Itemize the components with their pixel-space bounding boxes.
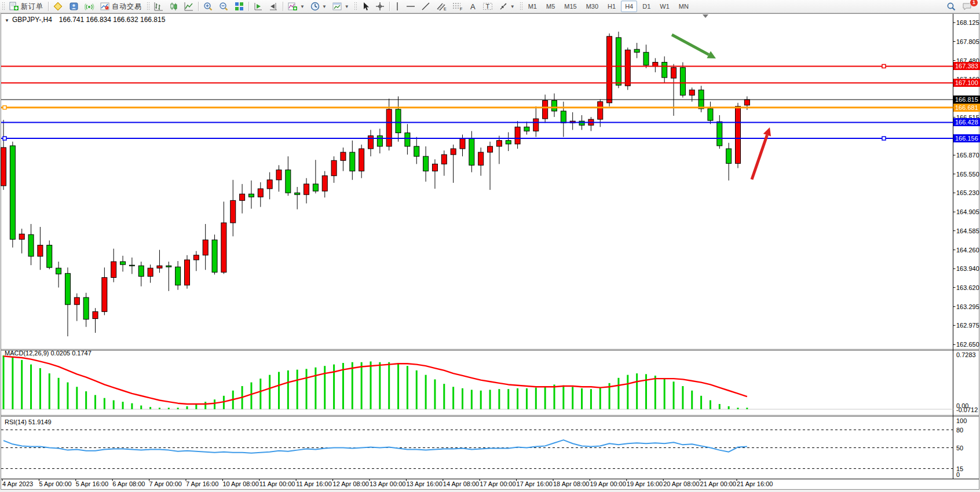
- timeframe-button-m30[interactable]: M30: [582, 1, 602, 12]
- candle-body: [10, 146, 15, 240]
- periods-button[interactable]: ▼: [308, 0, 330, 13]
- cursor-tool-button[interactable]: [359, 0, 372, 13]
- chart-shift-button[interactable]: [266, 0, 281, 13]
- candle-body: [552, 101, 557, 111]
- time-axis-label: 7 Apr 16:00: [186, 480, 218, 487]
- candle-body: [74, 298, 79, 304]
- macd-histogram-bar: [581, 388, 583, 409]
- macd-histogram-bar: [113, 401, 115, 409]
- candle-body: [138, 266, 144, 276]
- macd-histogram-bar: [498, 389, 500, 409]
- auto-scroll-icon: [254, 2, 263, 11]
- candle-body: [193, 255, 199, 260]
- candle-body: [111, 262, 116, 277]
- tile-windows-button[interactable]: [232, 0, 247, 13]
- bar-chart-button[interactable]: [151, 0, 166, 13]
- candle-body: [276, 170, 281, 180]
- zoom-out-button[interactable]: [216, 0, 232, 13]
- time-axis-label: 18 Apr 08:00: [553, 480, 589, 487]
- toolbar-grip[interactable]: [354, 2, 357, 11]
- macd-histogram-bar: [554, 384, 555, 409]
- toolbar-grip[interactable]: [520, 2, 522, 11]
- arrows-tool-button[interactable]: ▼: [496, 0, 518, 13]
- candle-body: [267, 180, 272, 189]
- metaeditor-button[interactable]: [50, 0, 66, 13]
- rsi-axis-label: 80: [956, 427, 963, 434]
- time-axis-label: 11 Apr 00:00: [259, 480, 295, 487]
- candle-body: [744, 100, 749, 105]
- autotrading-button[interactable]: 自动交易: [97, 0, 145, 13]
- text-label-icon: T: [482, 2, 493, 11]
- macd-histogram-bar: [535, 388, 537, 409]
- macd-histogram-bar: [507, 389, 509, 409]
- price-axis-label: 163.620: [956, 284, 979, 291]
- candle-body: [386, 109, 392, 146]
- candle-body: [515, 127, 520, 144]
- toolbar-grip[interactable]: [2, 2, 5, 11]
- candle-body: [432, 164, 437, 171]
- candle-body: [102, 277, 107, 311]
- market-button[interactable]: [66, 0, 82, 13]
- crosshair-icon: [375, 2, 385, 11]
- candle-body: [708, 109, 713, 120]
- notifications-button[interactable]: 1: [959, 0, 975, 13]
- macd-histogram-bar: [452, 387, 454, 409]
- crosshair-tool-button[interactable]: [372, 0, 387, 13]
- price-level-tag: 167.383: [953, 62, 980, 70]
- timeframe-button-m1[interactable]: M1: [524, 1, 541, 12]
- horizontal-line-tool-button[interactable]: [403, 0, 418, 13]
- macd-histogram-bar: [599, 388, 601, 409]
- candle-body: [240, 194, 245, 200]
- zoom-in-button[interactable]: [200, 0, 216, 13]
- macd-histogram-bar: [416, 370, 418, 409]
- svg-text:E: E: [444, 7, 447, 11]
- macd-axis-label: -0.0712: [956, 406, 978, 413]
- dropdown-caret: ▼: [300, 4, 305, 9]
- trendline-tool-button[interactable]: [418, 0, 433, 13]
- macd-histogram-bar: [76, 387, 78, 409]
- channel-tool-button[interactable]: E: [433, 0, 449, 13]
- vertical-line-tool-button[interactable]: [392, 0, 403, 13]
- candle-body: [396, 109, 401, 133]
- text-label-tool-button[interactable]: T: [480, 0, 496, 13]
- signals-button[interactable]: [82, 0, 97, 13]
- notification-badge: 1: [970, 0, 978, 7]
- text-tool-button[interactable]: A: [466, 0, 480, 13]
- auto-scroll-button[interactable]: [251, 0, 266, 13]
- toolbar-grip[interactable]: [147, 2, 149, 11]
- timeframe-button-m5[interactable]: M5: [542, 1, 559, 12]
- new-order-button[interactable]: 新订单: [6, 0, 46, 13]
- search-button[interactable]: [944, 0, 959, 13]
- timeframe-button-w1[interactable]: W1: [656, 1, 674, 12]
- time-axis-label: 21 Apr 00:00: [700, 480, 736, 487]
- fibonacci-tool-button[interactable]: F: [449, 0, 466, 13]
- timeframe-button-mn[interactable]: MN: [675, 1, 693, 12]
- candle-body: [689, 90, 694, 95]
- rsi-axis-label: 0: [956, 471, 960, 478]
- line-chart-button[interactable]: [181, 0, 196, 13]
- time-axis-label: 21 Apr 16:00: [737, 480, 773, 487]
- line-handle: [882, 137, 886, 140]
- timeframe-button-h1[interactable]: H1: [604, 1, 620, 12]
- templates-button[interactable]: ▼: [330, 0, 352, 13]
- candle-body: [736, 107, 741, 164]
- macd-histogram-bar: [526, 388, 528, 409]
- line-handle: [3, 106, 6, 109]
- price-level-tag: 166.815: [953, 96, 980, 104]
- chart-canvas[interactable]: [0, 0, 980, 492]
- timeframe-button-m15[interactable]: M15: [560, 1, 580, 12]
- macd-histogram-bar: [425, 375, 427, 409]
- macd-histogram-bar: [737, 407, 739, 409]
- candle-body: [634, 49, 639, 52]
- indicators-button[interactable]: ▼: [285, 0, 308, 13]
- macd-histogram-bar: [728, 406, 730, 409]
- macd-histogram-bar: [654, 376, 656, 409]
- terminal-icon: [69, 2, 79, 11]
- candlestick-button[interactable]: [166, 0, 181, 13]
- timeframe-button-d1[interactable]: D1: [638, 1, 654, 12]
- timeframe-button-h4[interactable]: H4: [621, 1, 637, 12]
- svg-text:F: F: [460, 7, 462, 11]
- toolbar-separator: [48, 2, 49, 11]
- macd-histogram-bar: [187, 406, 188, 409]
- price-axis-label: 168.125: [956, 19, 979, 26]
